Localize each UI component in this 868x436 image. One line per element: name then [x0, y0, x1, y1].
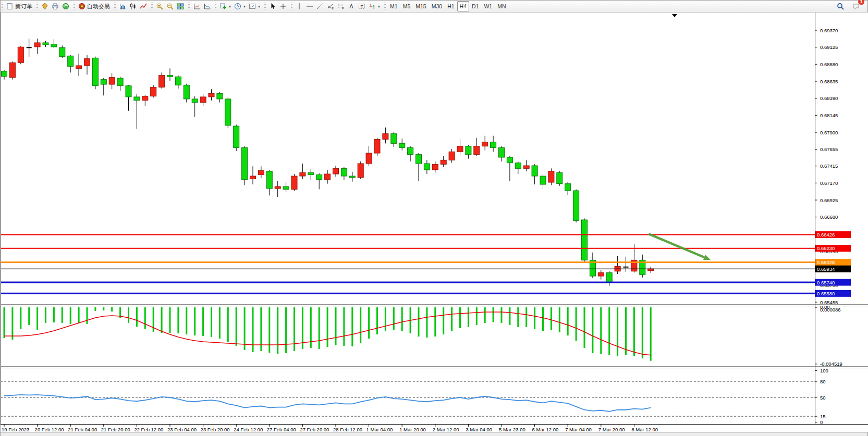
crosshair-button[interactable] — [278, 1, 288, 11]
timeframe-button-H4[interactable]: H4 — [457, 1, 469, 11]
magnifier-icon — [837, 3, 844, 10]
vertical-line-button[interactable] — [294, 1, 304, 11]
timeframe-button-M1[interactable]: M1 — [387, 1, 400, 11]
timeframe-button-W1[interactable]: W1 — [481, 1, 495, 11]
svg-text:0.66028: 0.66028 — [817, 259, 835, 265]
svg-text:0.65580: 0.65580 — [817, 291, 835, 296]
toolbar-group-zoom — [150, 1, 187, 12]
svg-text:7 Mar 20:00: 7 Mar 20:00 — [598, 427, 625, 432]
tile-windows-button[interactable] — [175, 1, 186, 11]
candle — [606, 272, 612, 282]
status-bar — [1, 432, 867, 436]
zoom-out-button[interactable] — [165, 1, 175, 11]
candle — [175, 77, 181, 85]
label-icon: T — [358, 3, 365, 10]
timeframe-button-M30[interactable]: M30 — [429, 1, 445, 11]
candle — [349, 176, 355, 178]
indicator-remove-icon — [203, 3, 211, 10]
candle — [358, 164, 363, 178]
price-badge-0.65934: 0.65934 — [815, 266, 851, 272]
candle — [482, 142, 488, 146]
channel-button[interactable]: F — [336, 1, 346, 11]
candlestick-chart-button[interactable] — [128, 1, 138, 11]
candle — [466, 146, 471, 155]
notifications-button[interactable]: 1 — [851, 1, 861, 11]
indicator-window-button[interactable] — [191, 1, 202, 11]
dropdown-arrow-icon[interactable]: ▾ — [258, 4, 260, 9]
text-button[interactable]: A — [346, 1, 357, 11]
candle — [648, 269, 654, 271]
search-button[interactable] — [835, 1, 846, 11]
notification-badge: 1 — [858, 0, 864, 5]
svg-text:28 Feb 12:00: 28 Feb 12:00 — [333, 427, 362, 432]
label-button[interactable]: T — [357, 1, 367, 11]
data-feed-button[interactable] — [60, 1, 71, 11]
timeframe-button-D1[interactable]: D1 — [469, 1, 481, 11]
add-indicator-icon — [219, 3, 227, 10]
candle — [532, 166, 537, 176]
line-chart-button[interactable] — [138, 1, 149, 11]
clock-icon — [234, 3, 241, 10]
candle — [51, 44, 57, 47]
candle — [341, 168, 347, 176]
candle — [200, 97, 206, 103]
timeframe-button-H1[interactable]: H1 — [445, 1, 457, 11]
price-badge-0.65580: 0.65580 — [815, 290, 851, 297]
candle — [242, 147, 248, 179]
svg-text:6 Mar 12:00: 6 Mar 12:00 — [532, 427, 559, 432]
print-preview-button[interactable] — [50, 1, 60, 11]
candle — [209, 93, 214, 97]
candle — [151, 87, 156, 96]
candle — [366, 153, 372, 164]
candle — [142, 96, 148, 101]
toolbar-right: 1 — [835, 1, 867, 11]
periodicity-button[interactable]: ▾ — [233, 1, 247, 11]
crosshair-icon — [279, 3, 287, 10]
svg-text:-0.004519: -0.004519 — [820, 361, 842, 367]
arrows-button[interactable]: ▾ — [367, 1, 382, 11]
svg-text:27 Feb 04:00: 27 Feb 04:00 — [267, 427, 296, 432]
horizontal-line-button[interactable] — [304, 1, 315, 11]
bar-chart-button[interactable] — [117, 1, 128, 11]
svg-text:0.67415: 0.67415 — [820, 163, 838, 169]
svg-text:15: 15 — [820, 414, 826, 419]
cursor-button[interactable] — [267, 1, 278, 11]
candle — [167, 76, 173, 77]
dropdown-arrow-icon[interactable]: ▾ — [229, 4, 231, 9]
timeframe-button-M5[interactable]: M5 — [400, 1, 413, 11]
svg-text:0.69125: 0.69125 — [820, 44, 838, 50]
dropdown-arrow-icon[interactable]: ▾ — [378, 4, 380, 9]
chart-workspace[interactable]: ▼ AUDUSD-,H4 0.65907 0.65967 0.65877 0.6… — [1, 13, 868, 432]
template-button[interactable]: ▾ — [247, 1, 262, 11]
toolbar-group-orders: 新订单 — [1, 1, 35, 12]
toolbar-group-autotrade: 自动交易 — [72, 1, 113, 12]
candle — [225, 99, 231, 126]
zoom-in-button[interactable] — [154, 1, 165, 11]
toolbar-group-chart-types — [113, 1, 150, 12]
dropdown-arrow-icon[interactable]: ▾ — [243, 4, 246, 9]
chart-canvas[interactable]: 0.693700.691250.688800.686350.683900.681… — [1, 13, 868, 432]
candle — [457, 146, 463, 152]
add-indicator-button[interactable]: ▾ — [218, 1, 233, 11]
fibonacci-button[interactable]: E — [325, 1, 336, 11]
indicator-remove-button[interactable] — [202, 1, 212, 11]
timeframe-button-MN[interactable]: MN — [495, 1, 508, 11]
candle — [275, 186, 280, 189]
svg-text:5 Mar 23:00: 5 Mar 23:00 — [499, 427, 525, 432]
chart-window-icon — [41, 3, 48, 10]
svg-text:3 Mar 04:00: 3 Mar 04:00 — [466, 427, 492, 432]
chart-window-button[interactable] — [40, 1, 50, 11]
svg-text:0.69370: 0.69370 — [820, 28, 838, 33]
candle — [2, 71, 7, 77]
autotrade-button[interactable]: 自动交易 — [77, 1, 112, 11]
candle — [159, 76, 165, 88]
svg-text:20 Feb 12:00: 20 Feb 12:00 — [35, 427, 64, 432]
timeframe-button-M15[interactable]: M15 — [413, 1, 429, 11]
candle — [515, 163, 521, 169]
candle — [573, 191, 579, 220]
trendline-button[interactable] — [315, 1, 325, 11]
line-chart-icon — [140, 3, 147, 10]
candle — [499, 147, 505, 157]
channel-icon: F — [337, 3, 345, 10]
new-order-button[interactable]: 新订单 — [5, 1, 34, 11]
